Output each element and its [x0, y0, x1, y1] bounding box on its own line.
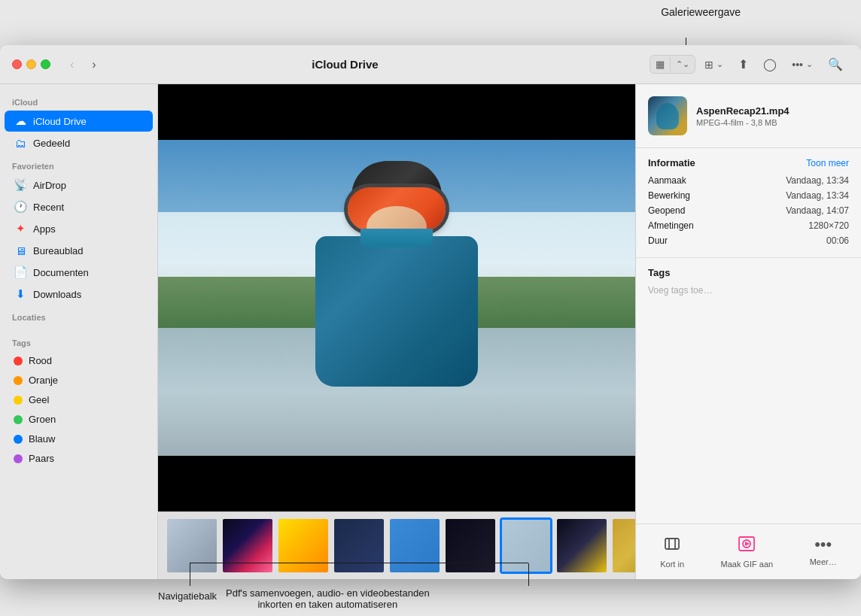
sidebar-tag-paars[interactable]: Paars [5, 449, 153, 468]
sidebar-label-recent: Recent [33, 202, 64, 213]
show-more-button[interactable]: Toon meer [806, 158, 849, 168]
info-section-title: Informatie [648, 157, 695, 168]
titlebar: ‹ › iCloud Drive ▦ ⌃⌄ ⊞ ⌄ ⬆ ◯ [0, 45, 861, 84]
info-row-duur: Duur 00:06 [648, 233, 849, 248]
gallery-main-image[interactable] [158, 84, 635, 511]
nav-annotation-text: Navigatiebalk [158, 590, 217, 602]
tag-dot-rood [14, 357, 23, 366]
afmetingen-label: Afmetingen [648, 220, 694, 231]
gallery-content [158, 84, 635, 579]
tags-label: Tags [648, 267, 849, 278]
sidebar-label-gedeeld: Gedeeld [33, 138, 70, 149]
sidebar-item-documenten[interactable]: 📄 Documenten [5, 262, 153, 283]
window-title: iCloud Drive [50, 58, 641, 71]
sidebar-label-bureaublad: Bureaublad [33, 245, 84, 256]
sidebar-item-airdrop[interactable]: 📡 AirDrop [5, 174, 153, 196]
sidebar-tag-oranje[interactable]: Oranje [5, 371, 153, 390]
apps-icon: ✦ [14, 222, 27, 235]
file-name: AspenRecap21.mp4 [696, 105, 790, 117]
sidebar-item-icloud-drive[interactable]: ☁ iCloud Drive [5, 111, 153, 132]
sidebar: iCloud ☁ iCloud Drive 🗂 Gedeeld Favoriet… [0, 84, 158, 579]
search-icon: 🔍 [828, 57, 843, 71]
sidebar-label-icloud-drive: iCloud Drive [33, 116, 87, 127]
sidebar-item-gedeeld[interactable]: 🗂 Gedeeld [5, 132, 153, 153]
minimize-button[interactable] [26, 59, 36, 69]
tag-dot-blauw [14, 435, 23, 444]
afmetingen-value: 1280×720 [808, 220, 849, 231]
gallery-view-btn[interactable]: ▦ [650, 56, 670, 73]
sidebar-tag-geel[interactable]: Geel [5, 390, 153, 409]
more-icon: ••• [792, 59, 803, 71]
tag-dot-oranje [14, 376, 23, 385]
tag-dot-geel [14, 396, 23, 405]
traffic-lights [12, 59, 50, 69]
file-type: MPEG-4-film - 3,8 MB [696, 118, 790, 127]
file-header: AspenRecap21.mp4 MPEG-4-film - 3,8 MB [636, 84, 861, 148]
info-row-bewerking: Bewerking Vandaag, 13:34 [648, 188, 849, 203]
sidebar-label-paars: Paars [29, 453, 54, 464]
geopend-value: Vandaag, 14:07 [786, 205, 849, 216]
bracket-right-line [528, 563, 529, 586]
tag-dot-groen [14, 415, 23, 424]
more-options-button[interactable]: ••• ⌄ [786, 55, 819, 74]
center-annotation-line1: Pdf's samenvoegen, audio- en videobestan… [226, 587, 430, 599]
nav-annotation-line [190, 563, 190, 586]
finder-window: ‹ › iCloud Drive ▦ ⌃⌄ ⊞ ⌄ ⬆ ◯ [0, 45, 861, 579]
file-thumbnail [648, 96, 687, 135]
view-chevron-btn[interactable]: ⌃⌄ [671, 56, 695, 72]
group-chevron-icon: ⌄ [716, 59, 723, 69]
recent-icon: 🕐 [14, 200, 27, 214]
tag-dot-paars [14, 454, 23, 463]
bewerking-value: Vandaag, 13:34 [786, 190, 849, 201]
tags-placeholder: Voeg tags toe… [648, 285, 712, 296]
duur-value: 00:06 [826, 235, 849, 246]
geopend-label: Geopend [648, 205, 685, 216]
airdrop-icon: 📡 [14, 178, 27, 192]
tag-icon: ◯ [763, 57, 777, 71]
sidebar-label-downloads: Downloads [33, 289, 81, 300]
sidebar-section-locaties: Locaties [0, 305, 157, 325]
bewerking-label: Bewerking [648, 190, 690, 201]
sidebar-tag-groen[interactable]: Groen [5, 410, 153, 429]
info-panel: AspenRecap21.mp4 MPEG-4-film - 3,8 MB In… [635, 84, 861, 579]
sidebar-item-apps[interactable]: ✦ Apps [5, 218, 153, 239]
sidebar-item-bureaublad[interactable]: 🖥 Bureaublad [5, 240, 153, 261]
more-chevron-icon: ⌄ [806, 59, 813, 69]
toolbar-controls: ▦ ⌃⌄ ⊞ ⌄ ⬆ ◯ ••• ⌄ [650, 53, 849, 75]
sidebar-label-blauw: Blauw [29, 433, 55, 445]
file-info: AspenRecap21.mp4 MPEG-4-film - 3,8 MB [696, 105, 790, 127]
duur-label: Duur [648, 235, 668, 246]
sidebar-item-downloads[interactable]: ⬇ Downloads [5, 284, 153, 305]
close-button[interactable] [12, 59, 22, 69]
downloads-icon: ⬇ [14, 287, 27, 301]
sidebar-section-tags: Tags [0, 331, 157, 350]
info-row-afmetingen: Afmetingen 1280×720 [648, 218, 849, 233]
sidebar-tag-rood[interactable]: Rood [5, 351, 153, 370]
view-switcher: ▦ ⌃⌄ [650, 55, 695, 74]
info-row-aanmaak: Aanmaak Vandaag, 13:34 [648, 173, 849, 188]
share-button[interactable]: ⬆ [732, 53, 754, 75]
tags-section: Tags Voeg tags toe… [636, 258, 861, 305]
bracket-line-h [190, 563, 528, 563]
nav-annotation: Navigatiebalk [158, 589, 217, 602]
gallery-view-annotation: Galerieweergave [661, 6, 741, 18]
center-annotation: Pdf's samenvoegen, audio- en videobestan… [226, 587, 430, 610]
sidebar-label-airdrop: AirDrop [33, 180, 66, 191]
annotations-area: Navigatiebalk Pdf's samenvoegen, audio- … [0, 534, 861, 616]
sidebar-item-recent[interactable]: 🕐 Recent [5, 196, 153, 217]
gedeeld-icon: 🗂 [14, 136, 27, 150]
aanmaak-label: Aanmaak [648, 175, 686, 186]
icloud-drive-icon: ☁ [14, 114, 27, 128]
share-icon: ⬆ [738, 57, 748, 71]
info-row-geopend: Geopend Vandaag, 14:07 [648, 203, 849, 218]
search-button[interactable]: 🔍 [822, 53, 849, 75]
sidebar-section-favorieten: Favorieten [0, 154, 157, 174]
documenten-icon: 📄 [14, 266, 27, 279]
center-annotation-line2: inkorten en taken automatiseren [226, 599, 430, 610]
aanmaak-value: Vandaag, 13:34 [786, 175, 849, 186]
tag-button[interactable]: ◯ [757, 53, 783, 75]
annotation-text: Galerieweergave [661, 6, 741, 18]
sidebar-tag-blauw[interactable]: Blauw [5, 429, 153, 448]
group-button[interactable]: ⊞ ⌄ [698, 55, 729, 74]
sidebar-label-rood: Rood [29, 355, 52, 366]
